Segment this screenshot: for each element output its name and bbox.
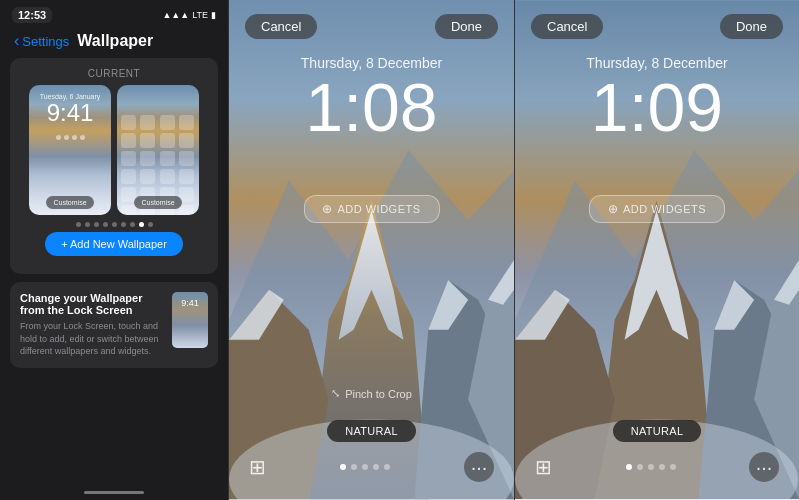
dot-5 bbox=[112, 222, 117, 227]
battery-icon: ▮ bbox=[211, 10, 216, 20]
page-dot-1 bbox=[340, 464, 346, 470]
back-chevron-icon: ‹ bbox=[14, 33, 19, 49]
right-page-dot-4 bbox=[659, 464, 665, 470]
nav-bar: ‹ Settings Wallpaper bbox=[0, 28, 228, 58]
info-text: Change your Wallpaper from the Lock Scre… bbox=[20, 292, 164, 358]
settings-wallpaper-panel: 12:53 ▲▲▲ LTE ▮ ‹ Settings Wallpaper CUR… bbox=[0, 0, 228, 500]
back-label: Settings bbox=[22, 34, 69, 49]
lte-label: LTE bbox=[192, 10, 208, 20]
dot-4 bbox=[103, 222, 108, 227]
middle-bottom-controls: NATURAL ⊞ ··· bbox=[229, 420, 514, 500]
right-top-controls: Cancel Done bbox=[515, 14, 799, 39]
page-title: Wallpaper bbox=[77, 32, 153, 50]
page-indicator bbox=[18, 222, 210, 227]
right-natural-label: NATURAL bbox=[613, 420, 702, 442]
more-button[interactable]: ··· bbox=[464, 452, 494, 482]
right-more-button[interactable]: ··· bbox=[749, 452, 779, 482]
lock-customise-button[interactable]: Customise bbox=[29, 191, 111, 209]
home-screen-preview[interactable]: Customise bbox=[117, 85, 199, 215]
right-add-widgets[interactable]: ⊕ ADD WIDGETS bbox=[589, 195, 725, 223]
pinch-label: Pinch to Crop bbox=[345, 388, 412, 400]
status-bar: 12:53 ▲▲▲ LTE ▮ bbox=[0, 0, 228, 28]
right-done-button[interactable]: Done bbox=[720, 14, 783, 39]
right-panel: Cancel Done Thursday, 8 December 1:09 ⊕ … bbox=[514, 0, 799, 500]
signal-icon: ▲▲▲ bbox=[162, 10, 189, 20]
info-thumbnail: 9:41 bbox=[172, 292, 208, 348]
dot-3 bbox=[94, 222, 99, 227]
bottom-bar bbox=[0, 485, 228, 500]
pinch-icon: ⤡ bbox=[331, 387, 340, 400]
right-page-dot-5 bbox=[670, 464, 676, 470]
wallpaper-preview-area: CURRENT Tuesday, 6 January 9:41 Customis… bbox=[10, 58, 218, 274]
right-gallery-icon[interactable]: ⊞ bbox=[535, 455, 552, 479]
info-title: Change your Wallpaper from the Lock Scre… bbox=[20, 292, 164, 316]
right-time: 1:09 bbox=[515, 73, 799, 141]
right-lock-content: Thursday, 8 December 1:09 bbox=[515, 55, 799, 141]
right-bottom-row: ⊞ ··· bbox=[515, 452, 799, 482]
page-dot-5 bbox=[384, 464, 390, 470]
home-indicator bbox=[84, 491, 144, 494]
current-label: CURRENT bbox=[18, 68, 210, 79]
dot-1 bbox=[76, 222, 81, 227]
card-dots bbox=[29, 135, 111, 140]
status-time: 12:53 bbox=[12, 7, 52, 23]
middle-bottom-row: ⊞ ··· bbox=[229, 452, 514, 482]
add-widgets-label: ADD WIDGETS bbox=[337, 203, 420, 215]
right-page-dot-3 bbox=[648, 464, 654, 470]
preview-cards: Tuesday, 6 January 9:41 Customise bbox=[18, 85, 210, 215]
dot-8 bbox=[139, 222, 144, 227]
right-page-dot-1 bbox=[626, 464, 632, 470]
right-bottom-controls: NATURAL ⊞ ··· bbox=[515, 420, 799, 500]
right-cancel-button[interactable]: Cancel bbox=[531, 14, 603, 39]
right-page-dots bbox=[626, 464, 676, 470]
middle-natural-label: NATURAL bbox=[327, 420, 416, 442]
pinch-crop-hint: ⤡ Pinch to Crop bbox=[331, 387, 412, 400]
status-icons: ▲▲▲ LTE ▮ bbox=[162, 10, 216, 20]
middle-cancel-button[interactable]: Cancel bbox=[245, 14, 317, 39]
middle-lock-content: Thursday, 8 December 1:08 bbox=[229, 55, 514, 141]
dot-6 bbox=[121, 222, 126, 227]
middle-add-widgets[interactable]: ⊕ ADD WIDGETS bbox=[303, 195, 439, 223]
page-dot-4 bbox=[373, 464, 379, 470]
thumb-time: 9:41 bbox=[172, 298, 208, 308]
middle-top-controls: Cancel Done bbox=[229, 14, 514, 39]
right-add-widgets-icon: ⊕ bbox=[608, 202, 618, 216]
back-button[interactable]: ‹ Settings bbox=[14, 33, 69, 49]
lock-screen-preview[interactable]: Tuesday, 6 January 9:41 Customise bbox=[29, 85, 111, 215]
right-page-dot-2 bbox=[637, 464, 643, 470]
middle-done-button[interactable]: Done bbox=[435, 14, 498, 39]
page-dot-3 bbox=[362, 464, 368, 470]
middle-time: 1:08 bbox=[229, 73, 514, 141]
right-add-widgets-label: ADD WIDGETS bbox=[623, 203, 706, 215]
info-description: From your Lock Screen, touch and hold to… bbox=[20, 320, 164, 358]
home-customise-button[interactable]: Customise bbox=[117, 191, 199, 209]
add-new-wallpaper-button[interactable]: + Add New Wallpaper bbox=[45, 232, 183, 256]
middle-page-dots bbox=[340, 464, 390, 470]
add-widgets-icon: ⊕ bbox=[322, 202, 332, 216]
middle-panel: Cancel Done Thursday, 8 December 1:08 ⊕ … bbox=[228, 0, 514, 500]
dot-2 bbox=[85, 222, 90, 227]
info-card: Change your Wallpaper from the Lock Scre… bbox=[10, 282, 218, 368]
card-time: 9:41 bbox=[29, 99, 111, 127]
gallery-icon[interactable]: ⊞ bbox=[249, 455, 266, 479]
dot-7 bbox=[130, 222, 135, 227]
dot-9 bbox=[148, 222, 153, 227]
page-dot-2 bbox=[351, 464, 357, 470]
